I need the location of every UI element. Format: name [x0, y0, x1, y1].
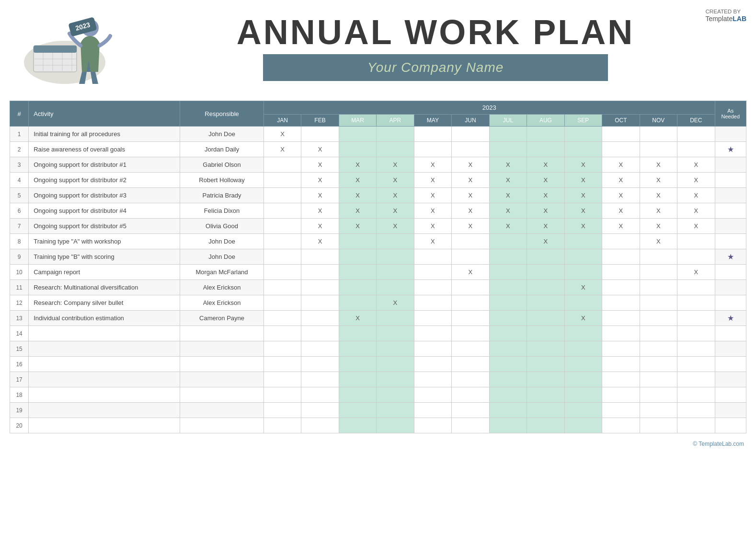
row-month-cell: [527, 403, 564, 418]
row-month-cell: [301, 403, 339, 418]
row-month-cell: [564, 127, 602, 142]
row-month-cell: [377, 341, 414, 357]
table-row: 19: [10, 403, 746, 418]
row-month-cell: [414, 295, 451, 311]
row-month-cell: X: [677, 188, 715, 203]
row-month-cell: [452, 357, 489, 372]
row-month-cell: X: [414, 157, 451, 173]
row-responsible: Alex Erickson: [180, 295, 263, 311]
row-month-cell: [414, 341, 451, 357]
row-month-cell: X: [452, 203, 489, 219]
table-row: 4Ongoing support for distributor #2Rober…: [10, 173, 746, 188]
row-month-cell: [640, 295, 677, 311]
row-activity: [29, 341, 180, 357]
row-as-needed: [715, 295, 746, 311]
col-header-year: 2023: [263, 101, 715, 115]
row-month-cell: [677, 127, 715, 142]
row-month-cell: [339, 234, 376, 249]
row-month-cell: X: [301, 157, 339, 173]
row-responsible: [180, 341, 263, 357]
row-month-cell: X: [452, 173, 489, 188]
row-month-cell: X: [527, 188, 564, 203]
row-month-cell: [414, 142, 451, 157]
row-num: 18: [10, 387, 29, 403]
table-row: 15: [10, 341, 746, 357]
company-name-bar[interactable]: Your Company Name: [263, 54, 608, 81]
row-activity: [29, 326, 180, 341]
row-month-cell: [377, 326, 414, 341]
row-month-cell: [564, 265, 602, 280]
row-month-cell: X: [602, 219, 640, 234]
row-num: 11: [10, 280, 29, 295]
row-month-cell: X: [640, 173, 677, 188]
table-row: 3Ongoing support for distributor #1Gabri…: [10, 157, 746, 173]
row-month-cell: [640, 418, 677, 433]
row-responsible: Felicia Dixon: [180, 203, 263, 219]
row-month-cell: X: [564, 173, 602, 188]
row-month-cell: [602, 387, 640, 403]
row-responsible: [180, 357, 263, 372]
row-month-cell: [339, 295, 376, 311]
row-month-cell: X: [301, 219, 339, 234]
row-month-cell: [263, 157, 301, 173]
row-month-cell: [602, 403, 640, 418]
row-month-cell: [677, 372, 715, 387]
row-month-cell: X: [527, 203, 564, 219]
row-month-cell: [414, 127, 451, 142]
row-num: 19: [10, 403, 29, 418]
row-month-cell: [452, 372, 489, 387]
row-month-cell: X: [414, 188, 451, 203]
row-month-cell: [527, 357, 564, 372]
row-month-cell: X: [452, 219, 489, 234]
row-month-cell: [263, 387, 301, 403]
table-row: 7Ongoing support for distributor #5Olivi…: [10, 219, 746, 234]
company-name: Your Company Name: [367, 60, 504, 75]
row-month-cell: [263, 280, 301, 295]
row-month-cell: [263, 234, 301, 249]
col-header-month-jul: JUL: [489, 115, 527, 127]
row-month-cell: X: [677, 157, 715, 173]
row-month-cell: X: [602, 157, 640, 173]
row-activity: Ongoing support for distributor #1: [29, 157, 180, 173]
row-responsible: Jordan Daily: [180, 142, 263, 157]
row-activity: [29, 357, 180, 372]
row-month-cell: [263, 326, 301, 341]
row-month-cell: [564, 326, 602, 341]
row-responsible: Alex Erickson: [180, 280, 263, 295]
row-month-cell: [640, 280, 677, 295]
row-month-cell: [339, 326, 376, 341]
row-month-cell: [339, 280, 376, 295]
row-month-cell: [640, 341, 677, 357]
col-header-month-mar: MAR: [339, 115, 376, 127]
row-month-cell: X: [527, 219, 564, 234]
row-month-cell: X: [564, 188, 602, 203]
row-activity: Research: Multinational diversification: [29, 280, 180, 295]
row-month-cell: [377, 234, 414, 249]
table-row: 9Training type "B" with scoringJohn Doe★: [10, 249, 746, 265]
row-month-cell: X: [414, 203, 451, 219]
row-month-cell: [564, 295, 602, 311]
row-month-cell: X: [452, 265, 489, 280]
row-activity: Raise awareness of overall goals: [29, 142, 180, 157]
row-num: 20: [10, 418, 29, 433]
row-month-cell: X: [301, 142, 339, 157]
row-month-cell: [564, 387, 602, 403]
templatelab-badge: CREATED BY TemplateLAB: [705, 7, 746, 23]
row-month-cell: [489, 142, 527, 157]
row-month-cell: X: [377, 219, 414, 234]
row-month-cell: X: [677, 203, 715, 219]
row-month-cell: X: [377, 173, 414, 188]
row-month-cell: [489, 341, 527, 357]
col-header-month-oct: OCT: [602, 115, 640, 127]
row-month-cell: [339, 127, 376, 142]
row-as-needed: [715, 234, 746, 249]
row-responsible: Gabriel Olson: [180, 157, 263, 173]
row-month-cell: [527, 326, 564, 341]
row-month-cell: [263, 357, 301, 372]
row-month-cell: [339, 357, 376, 372]
col-header-month-sep: SEP: [564, 115, 602, 127]
row-month-cell: [263, 173, 301, 188]
footer-credit: © TemplateLab.com: [0, 438, 756, 450]
row-month-cell: [527, 311, 564, 326]
row-month-cell: [263, 418, 301, 433]
